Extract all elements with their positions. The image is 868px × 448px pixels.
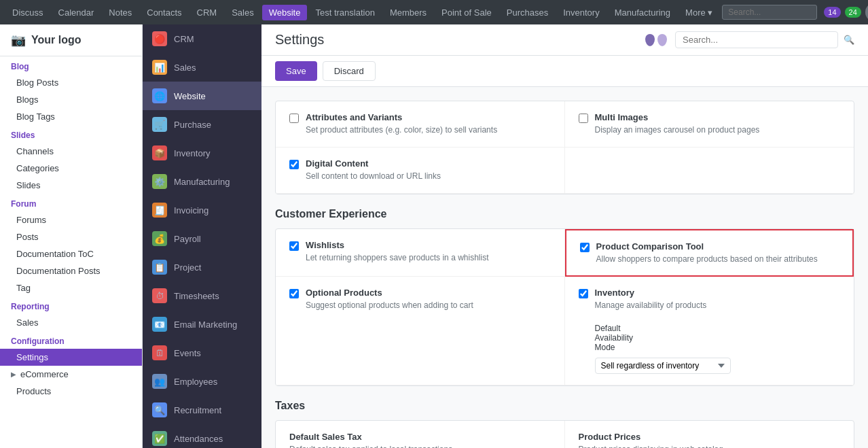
badge-notifications[interactable]: 24 xyxy=(845,7,861,18)
taxes-title: Taxes xyxy=(275,400,854,412)
sidebar-item-forums[interactable]: Forums xyxy=(0,211,142,228)
product-prices-title: Product Prices xyxy=(579,432,841,442)
taxes-grid: Default Sales Tax Default sales tax appl… xyxy=(275,420,854,448)
inventory-desc: Manage availability of products xyxy=(595,300,841,311)
sec-label-purchase: Purchase xyxy=(174,120,211,130)
sec-item-email-marketing[interactable]: 📧 Email Marketing xyxy=(143,310,261,339)
avatar[interactable]: A xyxy=(865,3,868,22)
sidebar-item-channels[interactable]: Channels xyxy=(0,143,142,160)
empty-cell xyxy=(565,148,854,194)
top-settings-grid: Attributes and Variants Set product attr… xyxy=(275,101,854,194)
inventory-icon: 📦 xyxy=(152,145,167,160)
inventory-cell: Inventory Manage availability of product… xyxy=(565,277,854,385)
secondary-sidebar: 🔴 CRM 📊 Sales 🌐 Website 🛒 Purchase 📦 Inv… xyxy=(143,24,261,448)
customer-experience-grid: Wishlists Let returning shoppers save pr… xyxy=(275,228,854,387)
sec-item-events[interactable]: 🗓 Events xyxy=(143,339,261,367)
project-icon: 📋 xyxy=(152,260,167,275)
nav-contacts[interactable]: Contacts xyxy=(140,5,188,20)
sec-label-invoicing: Invoicing xyxy=(174,205,209,216)
camera-icon: 📷 xyxy=(11,33,26,48)
sidebar-item-blog-posts[interactable]: Blog Posts xyxy=(0,74,142,91)
attributes-variants-cell: Attributes and Variants Set product attr… xyxy=(276,101,565,148)
sidebar-item-tag[interactable]: Tag xyxy=(0,279,142,296)
nav-sales[interactable]: Sales xyxy=(225,5,261,20)
sidebar-item-sales[interactable]: Sales xyxy=(0,314,142,331)
sec-item-purchase[interactable]: 🛒 Purchase xyxy=(143,110,261,139)
sec-item-timesheets[interactable]: ⏱ Timesheets xyxy=(143,281,261,310)
sales-icon: 📊 xyxy=(152,60,167,75)
sec-label-recruitment: Recruitment xyxy=(174,405,221,415)
nav-purchases[interactable]: Purchases xyxy=(500,5,555,20)
sec-item-manufacturing[interactable]: ⚙️ Manufacturing xyxy=(143,167,261,196)
product-prices-cell: Product Prices Product prices displaying… xyxy=(565,421,854,448)
customer-experience-title: Customer Experience xyxy=(275,208,854,220)
nav-notes[interactable]: Notes xyxy=(102,5,139,20)
settings-search-input[interactable] xyxy=(675,31,838,48)
multi-images-checkbox[interactable] xyxy=(579,114,588,123)
product-comparison-checkbox[interactable] xyxy=(580,243,590,252)
sec-item-payroll[interactable]: 💰 Payroll xyxy=(143,224,261,253)
optional-products-desc: Suggest optional products when adding to… xyxy=(306,300,551,311)
logo[interactable]: 📷 Your logo xyxy=(0,24,142,56)
global-search-input[interactable] xyxy=(722,5,817,20)
sec-item-employees[interactable]: 👥 Employees xyxy=(143,367,261,396)
sec-label-sales: Sales xyxy=(174,63,196,73)
sec-item-invoicing[interactable]: 🧾 Invoicing xyxy=(143,196,261,224)
sidebar-item-posts[interactable]: Posts xyxy=(0,228,142,245)
sec-item-website[interactable]: 🌐 Website xyxy=(143,82,261,110)
sidebar-item-ecommerce[interactable]: ▶ eCommerce xyxy=(0,366,142,383)
sec-item-recruitment[interactable]: 🔍 Recruitment xyxy=(143,396,261,424)
left-sidebar: 📷 Your logo Blog Blog Posts Blogs Blog T… xyxy=(0,24,143,448)
product-prices-desc: Product prices displaying in web catalog xyxy=(579,445,841,448)
badge-messages[interactable]: 14 xyxy=(824,7,840,18)
sidebar-item-settings[interactable]: Settings xyxy=(0,349,142,366)
sidebar-item-documentation-toc[interactable]: Documentation ToC xyxy=(0,245,142,262)
nav-inventory[interactable]: Inventory xyxy=(556,5,606,20)
sidebar-item-categories[interactable]: Categories xyxy=(0,160,142,177)
attributes-variants-checkbox[interactable] xyxy=(289,114,299,123)
default-availability-label: DefaultAvailabilityMode xyxy=(595,324,633,352)
sidebar-item-products[interactable]: Products xyxy=(0,383,142,400)
inventory-title: Inventory xyxy=(595,288,841,298)
attendances-icon: ✅ xyxy=(152,431,167,446)
sec-item-attendances[interactable]: ✅ Attendances xyxy=(143,424,261,448)
nav-pos[interactable]: Point of Sale xyxy=(435,5,499,20)
inventory-checkbox[interactable] xyxy=(579,289,588,298)
sec-item-crm[interactable]: 🔴 CRM xyxy=(143,24,261,53)
nav-members[interactable]: Members xyxy=(383,5,433,20)
nav-more[interactable]: More ▾ xyxy=(679,5,719,20)
nav-test-translation[interactable]: Test translation xyxy=(308,5,381,20)
save-button[interactable]: Save xyxy=(275,61,317,81)
nav-website[interactable]: Website xyxy=(262,5,308,20)
discard-button[interactable]: Discard xyxy=(323,61,376,81)
sec-label-manufacturing: Manufacturing xyxy=(174,177,230,187)
sec-label-inventory: Inventory xyxy=(174,148,210,158)
optional-products-checkbox[interactable] xyxy=(289,289,299,298)
top-navigation: Discuss Calendar Notes Contacts CRM Sale… xyxy=(0,0,868,24)
product-comparison-cell: Product Comparison Tool Allow shoppers t… xyxy=(565,229,854,277)
nav-manufacturing[interactable]: Manufacturing xyxy=(608,5,677,20)
digital-content-checkbox[interactable] xyxy=(289,160,299,169)
sidebar-section-blog: Blog xyxy=(0,56,142,74)
sidebar-section-configuration: Configuration xyxy=(0,331,142,349)
sec-item-project[interactable]: 📋 Project xyxy=(143,253,261,281)
multi-images-desc: Display an images carousel on product pa… xyxy=(595,124,841,136)
availability-mode-select[interactable]: Sell regardless of inventory Block sales… xyxy=(595,358,731,374)
sec-item-inventory[interactable]: 📦 Inventory xyxy=(143,139,261,167)
sidebar-item-blogs[interactable]: Blogs xyxy=(0,91,142,108)
attributes-variants-desc: Set product attributes (e.g. color, size… xyxy=(306,124,551,136)
sidebar-item-blog-tags[interactable]: Blog Tags xyxy=(0,108,142,125)
logo-drops xyxy=(645,34,667,46)
nav-calendar[interactable]: Calendar xyxy=(52,5,101,20)
sec-label-events: Events xyxy=(174,348,201,358)
digital-content-title: Digital Content xyxy=(306,158,551,169)
sidebar-section-slides: Slides xyxy=(0,125,142,143)
multi-images-cell: Multi Images Display an images carousel … xyxy=(565,101,854,148)
sidebar-item-documentation-posts[interactable]: Documentation Posts xyxy=(0,262,142,279)
wishlists-checkbox[interactable] xyxy=(289,241,299,251)
manufacturing-icon: ⚙️ xyxy=(152,174,167,189)
sec-item-sales[interactable]: 📊 Sales xyxy=(143,53,261,82)
sidebar-item-slides[interactable]: Slides xyxy=(0,177,142,194)
nav-discuss[interactable]: Discuss xyxy=(5,5,50,20)
nav-crm[interactable]: CRM xyxy=(190,5,224,20)
